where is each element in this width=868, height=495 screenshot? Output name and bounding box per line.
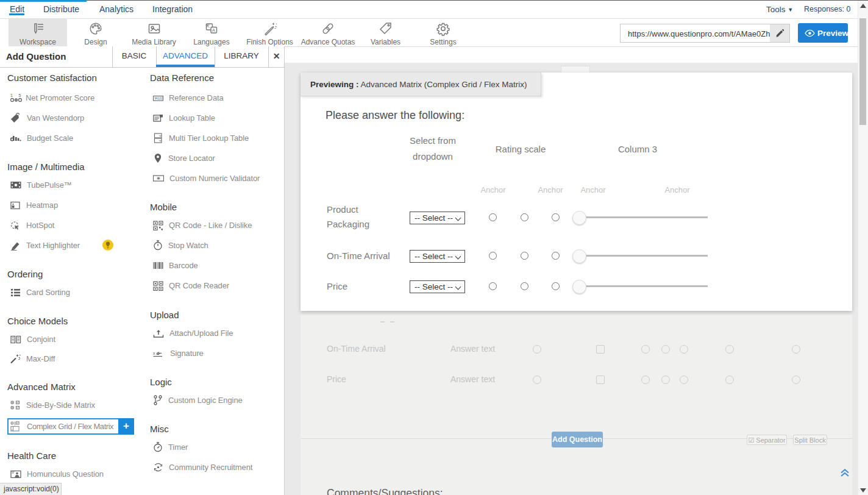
svg-text:1: 1 [10, 93, 13, 98]
svg-text:x: x [153, 351, 155, 355]
svg-text:94122: 94122 [154, 96, 163, 100]
svg-text:A: A [212, 27, 215, 33]
svg-text:5: 5 [19, 93, 21, 98]
